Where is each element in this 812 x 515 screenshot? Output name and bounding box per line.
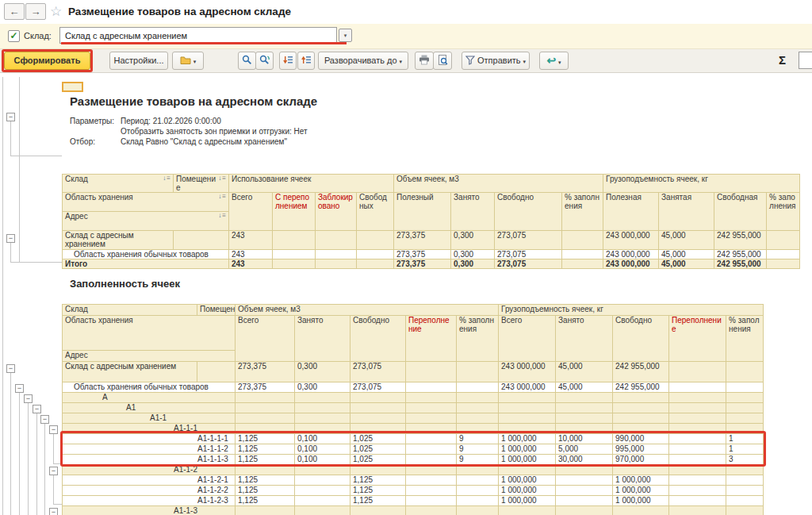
cell-value[interactable]: [562, 250, 603, 259]
cell-value[interactable]: [669, 393, 726, 403]
cell-value[interactable]: [406, 393, 457, 403]
cell-value[interactable]: 1: [726, 434, 764, 444]
cell-pomeschenie[interactable]: [197, 362, 236, 382]
row-label[interactable]: Область хранения обычных товаров: [63, 250, 229, 259]
cell-value[interactable]: [295, 465, 350, 475]
row-label[interactable]: Склад с адресным хранением: [63, 231, 174, 250]
cell-value[interactable]: [350, 465, 406, 475]
table-row[interactable]: А1-1-1-31,1250,1001,02591 000,00030,0009…: [63, 455, 764, 465]
cell-value[interactable]: [499, 413, 556, 424]
cell-value[interactable]: 1,125: [350, 486, 406, 496]
cell-value[interactable]: [295, 413, 350, 424]
cell-value[interactable]: [669, 496, 726, 506]
cell-value[interactable]: 1,125: [236, 475, 295, 486]
cell-value[interactable]: [669, 506, 726, 515]
group-collapse-box[interactable]: −: [49, 467, 58, 475]
cell-value[interactable]: [406, 465, 457, 475]
group-collapse-box[interactable]: −: [15, 384, 24, 393]
cell-value[interactable]: 273,075: [495, 250, 562, 259]
cell-value[interactable]: 990,000: [613, 434, 669, 444]
cell-value[interactable]: [669, 413, 726, 424]
cell-value[interactable]: [350, 506, 406, 515]
cell-value[interactable]: [726, 506, 764, 515]
cell-value[interactable]: [669, 403, 726, 413]
row-label[interactable]: А1-1-1-3: [63, 455, 236, 465]
cell-value[interactable]: [556, 496, 613, 506]
cell-value[interactable]: [669, 424, 726, 434]
cell-value[interactable]: 1 000,000: [499, 444, 556, 455]
row-label[interactable]: А1-1: [63, 413, 236, 424]
table-row[interactable]: Область хранения обычных товаров243273,3…: [63, 250, 800, 259]
cell-value[interactable]: 1,025: [350, 444, 406, 455]
cell-value[interactable]: [499, 393, 556, 403]
cell-value[interactable]: 1 000,000: [499, 496, 556, 506]
row-label[interactable]: А: [63, 393, 236, 403]
cell-value[interactable]: [457, 475, 499, 486]
expand-to-button[interactable]: Разворачивать до▾: [318, 52, 408, 70]
cell-value[interactable]: [350, 393, 406, 403]
cell-value[interactable]: 243 000,000: [499, 382, 556, 393]
cell-value[interactable]: 273,375: [394, 250, 451, 259]
cell-value[interactable]: 10,000: [556, 434, 613, 444]
cell-value[interactable]: [457, 496, 499, 506]
cell-value[interactable]: [556, 465, 613, 475]
cell-value[interactable]: 0,300: [295, 362, 350, 382]
table-row[interactable]: А: [63, 393, 764, 403]
cell-value[interactable]: 1,125: [236, 496, 295, 506]
row-label[interactable]: А1-1-2: [63, 465, 236, 475]
cell-value[interactable]: [350, 403, 406, 413]
search-settings-icon-button[interactable]: [255, 52, 274, 70]
table-row[interactable]: А1-1-2-11,1251,1251 000,0001 000,000: [63, 475, 764, 486]
cell-value[interactable]: [316, 231, 357, 250]
cell-value[interactable]: 9: [457, 444, 499, 455]
cell-value[interactable]: [357, 250, 394, 259]
cell-value[interactable]: [406, 403, 457, 413]
cell-value[interactable]: 1 000,000: [499, 434, 556, 444]
cell-value[interactable]: [406, 362, 457, 382]
cell-value[interactable]: [295, 486, 350, 496]
cell-value[interactable]: [457, 486, 499, 496]
cell-value[interactable]: 0,300: [451, 231, 495, 250]
cell-value[interactable]: 970,000: [613, 455, 669, 465]
table-row[interactable]: А1-1-2-31,1251,1251 000,0001 000,000: [63, 496, 764, 506]
cell-value[interactable]: [457, 424, 499, 434]
cell-value[interactable]: [406, 444, 457, 455]
cell-value[interactable]: 0,300: [451, 259, 495, 269]
cell-value[interactable]: [499, 403, 556, 413]
generate-button[interactable]: Сформировать: [4, 52, 90, 70]
cell-value[interactable]: [562, 231, 603, 250]
cell-value[interactable]: [406, 424, 457, 434]
cell-value[interactable]: [350, 424, 406, 434]
cell-value[interactable]: [236, 424, 295, 434]
cell-value[interactable]: [295, 393, 350, 403]
cell-value[interactable]: [726, 496, 764, 506]
row-label[interactable]: Итого: [63, 259, 229, 269]
table-row[interactable]: А1-1-2: [63, 465, 764, 475]
cell-value[interactable]: 30,000: [556, 455, 613, 465]
cell-value[interactable]: [457, 465, 499, 475]
print-button[interactable]: [415, 52, 434, 70]
cell-value[interactable]: [556, 506, 613, 515]
t1-header-oblast[interactable]: ↓≡Область хранения: [63, 193, 229, 212]
cell-value[interactable]: [406, 496, 457, 506]
cell-value[interactable]: 9: [457, 434, 499, 444]
cell-value[interactable]: [613, 413, 669, 424]
cell-value[interactable]: [499, 506, 556, 515]
cell-value[interactable]: [613, 393, 669, 403]
cell-value[interactable]: [726, 403, 764, 413]
cell-value[interactable]: 242 955,000: [613, 382, 669, 393]
cell-value[interactable]: 45,000: [556, 382, 613, 393]
cell-value[interactable]: 273,075: [350, 362, 406, 382]
cell-value[interactable]: 243 000,000: [603, 231, 659, 250]
cell-value[interactable]: [556, 413, 613, 424]
cell-value[interactable]: [613, 424, 669, 434]
table-row[interactable]: А1-1: [63, 413, 764, 424]
forward-button[interactable]: →: [25, 3, 46, 20]
cell-value[interactable]: [726, 362, 764, 382]
cell-value[interactable]: [669, 444, 726, 455]
cell-value[interactable]: [726, 486, 764, 496]
row-label[interactable]: Область хранения обычных товаров: [63, 382, 236, 393]
cell-value[interactable]: [726, 475, 764, 486]
group-collapse-box[interactable]: −: [33, 405, 41, 413]
cell-value[interactable]: [406, 382, 457, 393]
